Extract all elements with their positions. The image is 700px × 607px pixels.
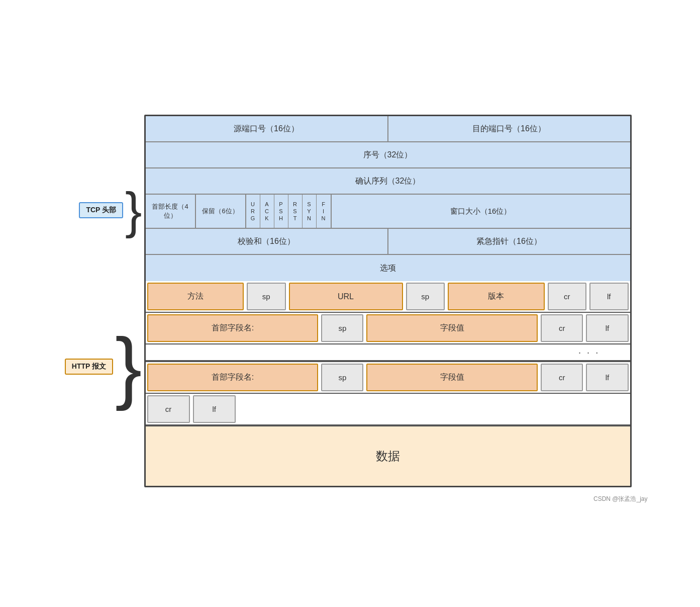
http-cr3: cr [541,364,583,391]
http-row-header2: 首部字段名: sp 字段值 cr lf [146,361,630,394]
tcp-section: 源端口号（16位） 目的端口号（16位） 序号（32位） 确认序列（32位） 首… [146,116,630,281]
data-label: 数据 [376,448,400,464]
http-lf2: lf [586,314,628,342]
urgent-ptr: 紧急指针（16位） [388,229,630,254]
http-field-name-2: 首部字段名: [147,364,319,391]
http-sp2: sp [406,283,445,310]
http-section: 方法 sp URL sp 版本 cr lf 首部字段名: sp 字段值 cr l… [146,281,630,486]
http-label: HTTP 报文 [65,359,113,375]
flag-rst: RST [288,195,303,228]
window-size: 窗口大小（16位） [332,195,630,228]
http-field-name-1: 首部字段名: [147,314,319,342]
dest-port: 目的端口号（16位） [388,116,630,141]
source-port: 源端口号（16位） [146,116,388,141]
http-method: 方法 [147,283,244,310]
http-field-value-2: 字段值 [366,364,538,391]
http-field-value-1: 字段值 [366,314,538,342]
flag-urg: URG [246,195,260,228]
ack-seq: 确认序列（32位） [146,168,630,194]
http-lf1: lf [589,283,629,310]
flag-fin: FIN [317,195,331,228]
flags-group: URG ACK PSH RST SYN FIN [246,195,332,228]
http-version: 版本 [448,283,545,310]
flag-syn: SYN [303,195,317,228]
tcp-row-options: 选项 [146,255,630,281]
header-len: 首部长度（4位） [146,195,196,228]
tcp-row-ports: 源端口号（16位） 目的端口号（16位） [146,116,630,142]
reserved: 保留（6位） [196,195,246,228]
http-sp1: sp [247,283,286,310]
tcp-row-ack: 确认序列（32位） [146,168,630,195]
http-cr4: cr [147,395,190,423]
http-cr2: cr [541,314,583,342]
labels-column: TCP 头部 } HTTP 报文 } [69,115,144,487]
http-cr1: cr [548,283,587,310]
checksum: 校验和（16位） [146,229,388,254]
http-lf4: lf [193,395,236,423]
seq-num: 序号（32位） [146,142,630,167]
tcp-row-flags: 首部长度（4位） 保留（6位） URG ACK PSH RST SYN FIN [146,195,630,229]
tcp-label: TCP 头部 [79,202,123,218]
http-sp3: sp [321,314,363,342]
options: 选项 [146,255,630,281]
http-data-section: 数据 [146,425,630,486]
http-lf3: lf [586,364,628,391]
content-column: 源端口号（16位） 目的端口号（16位） 序号（32位） 确认序列（32位） 首… [144,115,632,487]
dots-row: · · · [146,344,630,361]
http-url: URL [289,283,403,310]
main-container: TCP 头部 } HTTP 报文 } 源端口号（16位） 目的 [49,100,652,507]
http-row-crlf: cr lf [146,394,630,425]
tcp-row-seq: 序号（32位） [146,142,630,168]
http-empty [237,394,630,424]
http-row-header1: 首部字段名: sp 字段值 cr lf [146,313,630,344]
watermark: CSDN @张孟浩_jay [593,495,648,503]
diagram: TCP 头部 } HTTP 报文 } 源端口号（16位） 目的 [69,115,632,487]
tcp-row-checksum: 校验和（16位） 紧急指针（16位） [146,229,630,255]
http-row-request-line: 方法 sp URL sp 版本 cr lf [146,281,630,313]
flag-ack: ACK [260,195,274,228]
flag-psh: PSH [274,195,288,228]
http-sp4: sp [321,364,363,391]
